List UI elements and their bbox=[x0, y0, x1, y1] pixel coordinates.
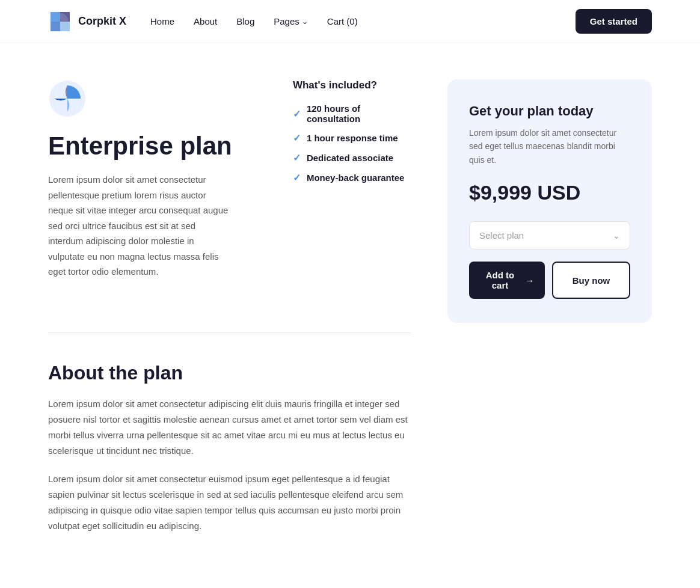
add-to-cart-button[interactable]: Add to cart → bbox=[469, 262, 545, 299]
nav-home[interactable]: Home bbox=[150, 16, 174, 27]
feature-list: ✓ 120 hours of consultation ✓ 1 hour res… bbox=[293, 103, 411, 183]
card-title: Get your plan today bbox=[469, 103, 630, 119]
select-plan-label: Select plan bbox=[479, 230, 524, 240]
feature-label-3: Dedicated associate bbox=[307, 153, 393, 163]
nav-pages-label: Pages bbox=[274, 16, 299, 26]
main-content: Enterprise plan Lorem ipsum dolor sit am… bbox=[0, 43, 700, 588]
add-to-cart-label: Add to cart bbox=[480, 270, 520, 290]
feature-item-2: ✓ 1 hour response time bbox=[293, 132, 411, 144]
card-buttons: Add to cart → Buy now bbox=[469, 262, 630, 299]
nav-cart[interactable]: Cart (0) bbox=[327, 16, 358, 26]
arrow-right-icon: → bbox=[525, 275, 534, 286]
plan-description: Lorem ipsum dolor sit amet consectetur p… bbox=[48, 172, 233, 280]
navbar-left: Corpkit X Home About Blog Pages ⌄ Cart (… bbox=[48, 10, 358, 34]
feature-label-2: 1 hour response time bbox=[307, 133, 398, 143]
about-section: About the plan Lorem ipsum dolor sit ame… bbox=[48, 362, 411, 534]
nav-about-link[interactable]: About bbox=[194, 16, 217, 26]
plan-title: Enterprise plan bbox=[48, 132, 233, 160]
buy-now-button[interactable]: Buy now bbox=[552, 262, 630, 299]
price-display: $9,999 USD bbox=[469, 181, 630, 204]
chevron-down-icon: ⌄ bbox=[302, 17, 308, 26]
logo-icon bbox=[48, 10, 72, 34]
nav-pages[interactable]: Pages ⌄ bbox=[274, 16, 308, 26]
about-paragraph-1: Lorem ipsum dolor sit amet consectetur a… bbox=[48, 396, 411, 459]
plan-info: Enterprise plan Lorem ipsum dolor sit am… bbox=[48, 79, 233, 304]
feature-label-4: Money-back guarantee bbox=[307, 173, 405, 183]
nav-links: Home About Blog Pages ⌄ Cart (0) bbox=[150, 16, 358, 27]
check-icon-4: ✓ bbox=[293, 172, 301, 183]
check-icon-3: ✓ bbox=[293, 152, 301, 164]
about-title: About the plan bbox=[48, 362, 411, 384]
check-icon-1: ✓ bbox=[293, 108, 301, 120]
logo-text: Corpkit X bbox=[78, 15, 126, 28]
about-paragraph-2: Lorem ipsum dolor sit amet consectetur e… bbox=[48, 471, 411, 534]
feature-item-1: ✓ 120 hours of consultation bbox=[293, 103, 411, 124]
nav-blog[interactable]: Blog bbox=[236, 16, 254, 27]
navbar: Corpkit X Home About Blog Pages ⌄ Cart (… bbox=[0, 0, 700, 43]
left-section: Enterprise plan Lorem ipsum dolor sit am… bbox=[48, 79, 411, 571]
whats-included-heading: What's included? bbox=[293, 79, 411, 91]
select-plan-dropdown[interactable]: Select plan ⌄ bbox=[469, 221, 630, 250]
nav-blog-link[interactable]: Blog bbox=[236, 16, 254, 26]
pricing-card: Get your plan today Lorem ipsum dolor si… bbox=[447, 79, 652, 323]
feature-item-4: ✓ Money-back guarantee bbox=[293, 172, 411, 183]
logo-area[interactable]: Corpkit X bbox=[48, 10, 126, 34]
whats-included: What's included? ✓ 120 hours of consulta… bbox=[293, 79, 411, 304]
right-panel: Get your plan today Lorem ipsum dolor si… bbox=[447, 79, 652, 323]
nav-home-link[interactable]: Home bbox=[150, 16, 174, 26]
feature-item-3: ✓ Dedicated associate bbox=[293, 152, 411, 164]
top-row: Enterprise plan Lorem ipsum dolor sit am… bbox=[48, 79, 411, 333]
nav-about[interactable]: About bbox=[194, 16, 217, 27]
card-subtitle: Lorem ipsum dolor sit amet consectetur s… bbox=[469, 126, 630, 167]
check-icon-2: ✓ bbox=[293, 132, 301, 144]
feature-label-1: 120 hours of consultation bbox=[307, 103, 411, 124]
get-started-button[interactable]: Get started bbox=[576, 9, 652, 34]
chevron-down-icon: ⌄ bbox=[613, 231, 620, 240]
product-logo-icon bbox=[48, 79, 87, 118]
